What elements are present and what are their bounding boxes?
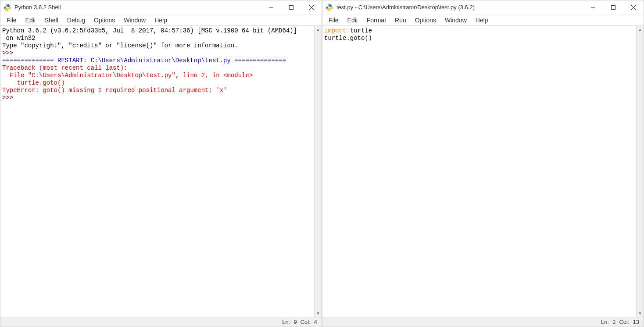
status-col-value: 4 <box>314 319 317 325</box>
shell-line: Type "copyright", "credits" or "license(… <box>2 42 238 49</box>
menu-window[interactable]: Window <box>119 15 150 25</box>
shell-line: on win32 <box>2 35 36 42</box>
editor-window: test.py - C:\Users\Administrator\Desktop… <box>322 0 644 327</box>
svg-rect-1 <box>290 5 293 9</box>
menu-window[interactable]: Window <box>440 15 471 25</box>
menu-file[interactable]: File <box>324 15 343 25</box>
python-icon <box>326 4 333 11</box>
status-col-value: 13 <box>633 319 639 325</box>
python-icon <box>4 4 11 11</box>
editor-text-area[interactable]: import turtle turtle.goto() <box>322 26 636 317</box>
close-button[interactable] <box>623 0 644 14</box>
editor-statusbar: Ln: 2 Col: 13 <box>322 317 644 327</box>
menu-edit[interactable]: Edit <box>21 15 40 25</box>
minimize-button[interactable] <box>583 0 603 14</box>
editor-menubar: File Edit Format Run Options Window Help <box>322 14 644 26</box>
shell-traceback-line: turtle.goto() <box>2 79 65 86</box>
shell-window-controls <box>261 0 322 14</box>
menu-help[interactable]: Help <box>471 15 493 25</box>
code-text: turtle <box>346 27 372 34</box>
scroll-up-icon[interactable]: ▲ <box>637 26 644 33</box>
menu-options[interactable]: Options <box>411 15 440 25</box>
menu-shell[interactable]: Shell <box>40 15 63 25</box>
status-col-label: Col: <box>619 319 629 325</box>
menu-format[interactable]: Format <box>362 15 390 25</box>
shell-error-line: TypeError: goto() missing 1 required pos… <box>2 87 227 94</box>
editor-content: import turtle turtle.goto() ▲ ▼ <box>322 26 644 317</box>
svg-rect-5 <box>612 5 615 9</box>
shell-title: Python 3.6.2 Shell <box>14 4 261 11</box>
menu-options[interactable]: Options <box>89 15 119 25</box>
status-ln-value: 9 <box>293 319 297 325</box>
status-ln-label: Ln: <box>282 319 290 325</box>
code-keyword: import <box>324 27 346 34</box>
shell-restart-line: ============== RESTART: C:\Users\Adminis… <box>2 57 286 64</box>
menu-run[interactable]: Run <box>390 15 411 25</box>
editor-titlebar[interactable]: test.py - C:\Users\Administrator\Desktop… <box>322 0 644 14</box>
scroll-up-icon[interactable]: ▲ <box>315 26 322 33</box>
status-ln-label: Ln: <box>601 319 609 325</box>
shell-content: Python 3.6.2 (v3.6.2:5fd33b5, Jul 8 2017… <box>0 26 322 317</box>
menu-debug[interactable]: Debug <box>63 15 89 25</box>
shell-prompt: >>> <box>2 50 17 57</box>
minimize-button[interactable] <box>261 0 281 14</box>
editor-title: test.py - C:\Users\Administrator\Desktop… <box>336 4 583 11</box>
shell-scrollbar[interactable]: ▲ ▼ <box>314 26 322 317</box>
shell-line: Python 3.6.2 (v3.6.2:5fd33b5, Jul 8 2017… <box>2 27 297 34</box>
code-text: turtle.goto() <box>324 35 372 42</box>
status-ln-value: 2 <box>612 319 615 325</box>
menu-edit[interactable]: Edit <box>343 15 362 25</box>
shell-traceback-line: File "C:\Users\Administrator\Desktop\tes… <box>2 72 253 79</box>
editor-scrollbar[interactable]: ▲ ▼ <box>636 26 644 317</box>
shell-window: Python 3.6.2 Shell File Edit Shell Debug… <box>0 0 322 327</box>
menu-file[interactable]: File <box>2 15 21 25</box>
shell-titlebar[interactable]: Python 3.6.2 Shell <box>0 0 322 14</box>
shell-menubar: File Edit Shell Debug Options Window Hel… <box>0 14 322 26</box>
maximize-button[interactable] <box>603 0 623 14</box>
shell-prompt: >>> <box>2 94 17 101</box>
scroll-down-icon[interactable]: ▼ <box>637 309 644 317</box>
menu-help[interactable]: Help <box>150 15 172 25</box>
editor-window-controls <box>583 0 644 14</box>
shell-traceback-line: Traceback (most recent call last): <box>2 64 128 71</box>
maximize-button[interactable] <box>281 0 301 14</box>
scroll-down-icon[interactable]: ▼ <box>315 309 322 317</box>
status-col-label: Col: <box>301 319 311 325</box>
shell-text-area[interactable]: Python 3.6.2 (v3.6.2:5fd33b5, Jul 8 2017… <box>0 26 314 317</box>
close-button[interactable] <box>301 0 322 14</box>
shell-statusbar: Ln: 9 Col: 4 <box>0 317 322 327</box>
